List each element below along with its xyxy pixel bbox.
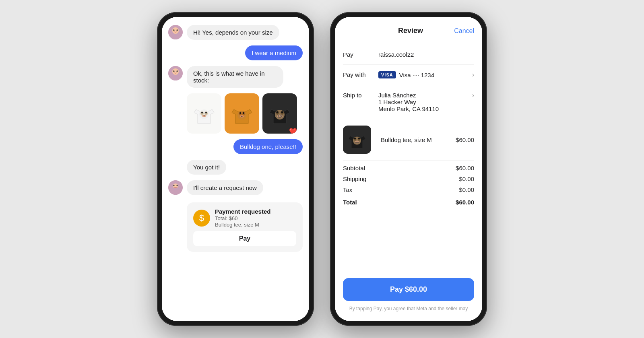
ship-to-chevron: › [472,92,474,99]
review-header: Review Cancel [343,27,474,35]
bubble-3: Ok, this is what we have in stock: [187,66,283,88]
svg-point-15 [201,112,203,113]
shipping-value: $0.00 [459,175,474,182]
svg-point-30 [281,111,283,113]
pay-value: raissa.cool22 [378,51,474,58]
svg-point-32 [278,115,279,117]
chat-message-sent-1: I wear a medium [168,45,303,60]
ship-to-row: Ship to Julia Sánchez 1 Hacker Way Menlo… [343,85,474,119]
payment-card-top: $ Payment requested Total: $60 Bulldog t… [193,208,296,228]
subtotals: Subtotal $60.00 Shipping $0.00 Tax $0.00… [343,164,474,206]
svg-point-37 [173,185,175,186]
subtotal-value: $60.00 [456,165,474,171]
bubble-4: Bulldog one, please!! [233,139,303,154]
cancel-button[interactable]: Cancel [454,27,474,35]
pay-with-chevron: › [472,71,474,78]
tax-value: $0.00 [459,186,474,193]
ship-address2: Menlo Park, CA 94110 [378,105,469,112]
fine-print: By tapping Pay, you agree that Meta and … [343,306,474,311]
pay-row: Pay raissa.cool22 [343,45,474,65]
avatar-2 [168,66,183,80]
ship-to-label: Ship to [343,92,375,99]
pay-big-button[interactable]: Pay $60.00 [343,278,474,301]
bubble-2: I wear a medium [245,45,303,60]
product-row: Bulldog tee, size M $60.00 [343,119,474,161]
chat-phone: Hi! Yes, depends on your size I wear a m… [157,12,314,326]
product-card-2[interactable] [225,93,259,134]
products-row: ❤️ [187,93,303,134]
phones-container: Hi! Yes, depends on your size I wear a m… [157,12,487,326]
payment-card: $ Payment requested Total: $60 Bulldog t… [187,202,303,252]
bubble-1: Hi! Yes, depends on your size [187,25,279,40]
svg-point-4 [173,29,175,31]
avatar-3 [168,180,183,195]
tax-label: Tax [343,186,352,193]
review-phone: Review Cancel Pay raissa.cool22 Pay with… [330,12,487,326]
shipping-label: Shipping [343,175,366,182]
avatar-1 [168,25,183,39]
total-value: $60.00 [456,199,474,206]
svg-point-10 [173,70,175,72]
svg-point-5 [177,29,178,31]
review-title: Review [398,27,423,35]
chat-message-received-2: Ok, this is what we have in stock: [168,66,303,88]
svg-point-25 [242,116,243,117]
payment-icon: $ [193,210,210,227]
visa-badge: VISA [378,71,396,78]
bubble-5: You got it! [187,160,226,175]
svg-point-16 [205,112,207,113]
subtotal-label: Subtotal [343,165,365,171]
product-price: $60.00 [456,136,474,143]
heart-badge: ❤️ [289,128,297,134]
chat-message-create: I'll create a request now [168,180,303,195]
chat-pay-button[interactable]: Pay [193,231,296,246]
product-card-1[interactable] [187,93,221,134]
svg-point-38 [177,185,178,186]
payment-card-container: $ Payment requested Total: $60 Bulldog t… [168,201,303,252]
payment-text: Payment requested Total: $60 Bulldog tee… [215,208,270,228]
product-card-3[interactable]: ❤️ [262,93,297,134]
product-thumbnail [343,126,371,154]
chat-message-sent-2: Bulldog one, please!! [168,139,303,154]
svg-point-23 [243,112,244,114]
shipping-row: Shipping $0.00 [343,175,474,183]
ship-to-value: Julia Sánchez 1 Hacker Way Menlo Park, C… [378,92,469,112]
total-row: Total $60.00 [343,198,474,206]
pay-with-value: VISA Visa ···· 1234 [378,71,469,78]
svg-point-18 [204,115,205,117]
svg-point-42 [354,138,356,139]
ship-name: Julia Sánchez [378,92,469,99]
svg-point-29 [277,111,279,113]
svg-point-43 [358,138,360,139]
svg-point-11 [177,70,178,72]
product-name: Bulldog tee, size M [381,136,456,143]
chat-message-received-1: Hi! Yes, depends on your size [168,25,303,40]
chat-message-you-got-it: You got it! [168,160,303,175]
chat-screen: Hi! Yes, depends on your size I wear a m… [162,17,309,321]
card-text: Visa ···· 1234 [399,72,434,78]
ship-address1: 1 Hacker Way [378,99,469,105]
svg-point-22 [239,112,241,114]
tax-row: Tax $0.00 [343,185,474,194]
pay-with-label: Pay with [343,71,375,78]
review-screen: Review Cancel Pay raissa.cool22 Pay with… [335,17,482,321]
pay-label: Pay [343,51,375,58]
subtotal-row: Subtotal $60.00 [343,164,474,172]
total-label: Total [343,199,357,206]
pay-with-row: Pay with VISA Visa ···· 1234 › [343,65,474,85]
svg-point-33 [280,115,282,117]
bubble-6: I'll create a request now [187,180,263,195]
